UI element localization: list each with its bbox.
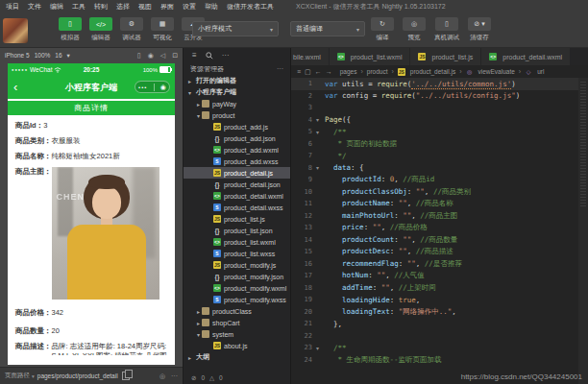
tree-item[interactable]: Sproduct_detail.wxss (184, 202, 290, 213)
eye-button[interactable]: ◎ (403, 17, 426, 31)
tree-item[interactable]: JSproduct_add.js (184, 121, 290, 132)
minimap-scrollbar[interactable] (578, 78, 588, 384)
copy-icon[interactable] (122, 372, 130, 380)
editor-tab[interactable]: JSproduct_list.js (410, 48, 481, 65)
tree-item[interactable]: {}product_detail.json (184, 179, 290, 190)
tree-item[interactable]: <>product_detail.wxml (184, 190, 290, 202)
fold-arrow-icon[interactable]: ▾ (316, 129, 325, 135)
mini-program-mode-select[interactable]: 小程序模式 ▾ (192, 21, 279, 36)
token: "" (407, 259, 416, 268)
scale-select[interactable]: 16 (55, 52, 61, 59)
tree-item[interactable]: {}product_modify.json (184, 271, 290, 282)
product-photo[interactable]: CHEN (52, 167, 159, 300)
sound-icon[interactable]: ◁ (160, 52, 165, 60)
tree-item[interactable]: {}product_list.json (184, 225, 290, 236)
compile-select-value: 普通编译 (296, 24, 323, 34)
breadcrumb-item[interactable]: ◎viewEvaluate (466, 68, 515, 76)
device-select[interactable]: iPhone 5 (5, 52, 30, 59)
close-target-icon[interactable]: ◉ (160, 84, 166, 90)
tree-item[interactable]: {}product_add.json (184, 132, 290, 144)
explorer-section-0[interactable]: ▸打开的编辑器 (184, 75, 290, 86)
breadcrumb-item[interactable]: pages (340, 68, 357, 75)
menu-icon[interactable]: ≡ (192, 51, 197, 60)
breadcrumb-item[interactable]: product (367, 68, 388, 75)
editor-tab[interactable]: <>product_detail.wxml (481, 48, 571, 65)
tree-item[interactable]: <>product_list.wxml (184, 236, 290, 248)
more-icon[interactable]: ··· (277, 65, 283, 72)
editor-tab[interactable]: <>product_list.wxml (330, 48, 411, 65)
carrier-label: WeChat (30, 66, 52, 73)
tree-item[interactable]: ▸productClass (184, 305, 290, 317)
outline-section[interactable]: ▸ 大纲 (184, 351, 290, 363)
refresh-button[interactable]: ↻ (371, 17, 394, 31)
panel-toggle-icon[interactable]: ⊡ (172, 52, 178, 60)
line-number: 11 (291, 200, 316, 207)
tree-item[interactable]: JSproduct_detail.js (184, 167, 290, 179)
tree-item[interactable]: Sproduct_modify.wxss (184, 294, 290, 305)
wxss-file-icon: S (213, 296, 221, 303)
nav-back-icon[interactable]: ← (315, 68, 322, 75)
menu-item[interactable]: 视图 (138, 2, 152, 12)
clear-button[interactable]: ⊘ ▾ (468, 17, 491, 31)
menu-item[interactable]: 微信开发者工具 (227, 2, 274, 12)
tab-label: product_detail.wxml (502, 54, 562, 60)
breadcrumb-label: pages (340, 68, 357, 75)
code-button[interactable]: </> (89, 17, 112, 31)
menu-item[interactable]: 文件 (28, 2, 41, 12)
user-avatar[interactable] (3, 18, 28, 43)
nav-forward-icon[interactable]: → (326, 68, 332, 75)
explorer-section-1[interactable]: ▾小程序客户端 (184, 86, 290, 98)
line-number: 16 (291, 260, 316, 268)
problems-status[interactable]: ⊘ 0 △ 0 (184, 372, 290, 384)
tree-item[interactable]: Sproduct_list.wxss (184, 248, 290, 259)
record-icon[interactable]: ◉ (148, 52, 154, 60)
menu-item[interactable]: 帮助 (205, 2, 218, 12)
tree-item[interactable]: ▾system (184, 328, 290, 340)
fold-arrow-icon[interactable]: ▾ (316, 345, 325, 351)
search-icon[interactable] (206, 52, 213, 60)
tree-item[interactable]: ▸payWay (184, 98, 290, 109)
zoom-select[interactable]: 100% (35, 52, 51, 59)
tree-item[interactable]: ▾product (184, 109, 290, 121)
tree-item[interactable]: JSabout.js (184, 340, 290, 351)
capsule-menu[interactable]: ••• ◉ (135, 81, 170, 93)
tree-item[interactable]: JSproduct_modify.js (184, 259, 290, 271)
window-title: XCXClient - 微信开发者工具 Nightly 1.05.2103172 (296, 0, 446, 13)
menu-item[interactable]: 设置 (183, 2, 196, 12)
tree-item[interactable]: JSproduct_list.js (184, 213, 290, 225)
breadcrumb-item[interactable]: JSproduct_detail.js (398, 68, 455, 76)
menu-item[interactable]: 项目 (6, 2, 19, 12)
debug-button[interactable]: ⚙ (120, 17, 143, 31)
more-dots-icon[interactable]: ••• (138, 84, 147, 90)
menu-item[interactable]: 编辑 (50, 2, 63, 12)
visual-button[interactable]: ▦ (151, 17, 174, 31)
more-icon[interactable]: ··· (171, 372, 178, 380)
device-button[interactable]: ▯ (435, 17, 458, 31)
field-label: 商品Id： (15, 121, 43, 131)
menu-icon[interactable]: ≡ (297, 68, 301, 75)
breadcrumb-item[interactable]: ◇url (525, 68, 544, 76)
tree-item[interactable]: <>product_modify.wxml (184, 282, 290, 294)
tree-item[interactable]: Sproduct_add.wxss (184, 156, 290, 167)
token: addTime (325, 283, 373, 292)
more-icon[interactable]: ··· (222, 51, 230, 60)
token: "" (399, 247, 407, 255)
phone-button[interactable]: ▯ (59, 17, 82, 31)
chevron-down-icon: ▾ (349, 26, 359, 33)
fold-arrow-icon[interactable]: ▾ (316, 164, 325, 171)
tree-item[interactable]: <>product_add.wxml (184, 144, 290, 156)
tree-item[interactable]: ▸shopCart (184, 317, 290, 328)
compile-mode-select[interactable]: 普通编译 ▾ (290, 21, 365, 36)
page-path-label[interactable]: 页面路径 (5, 372, 30, 380)
menu-item[interactable]: 选择 (116, 2, 130, 12)
bookmark-icon[interactable]: ▢ (305, 68, 311, 76)
menu-item[interactable]: 工具 (72, 2, 86, 12)
rotate-device-icon[interactable]: ▯ (137, 52, 141, 60)
fold-arrow-icon[interactable]: ▾ (316, 116, 325, 123)
code-area[interactable]: 1var utils = require('../../utils/common… (291, 78, 578, 384)
compile-target-icon[interactable]: ◎ (159, 372, 165, 380)
menu-item[interactable]: 界面 (160, 2, 174, 12)
menu-item[interactable]: 转到 (94, 2, 108, 12)
code-line: 14 productCount: "", //商品数量 (291, 234, 578, 247)
editor-tab[interactable]: bile.wxml (291, 48, 330, 65)
